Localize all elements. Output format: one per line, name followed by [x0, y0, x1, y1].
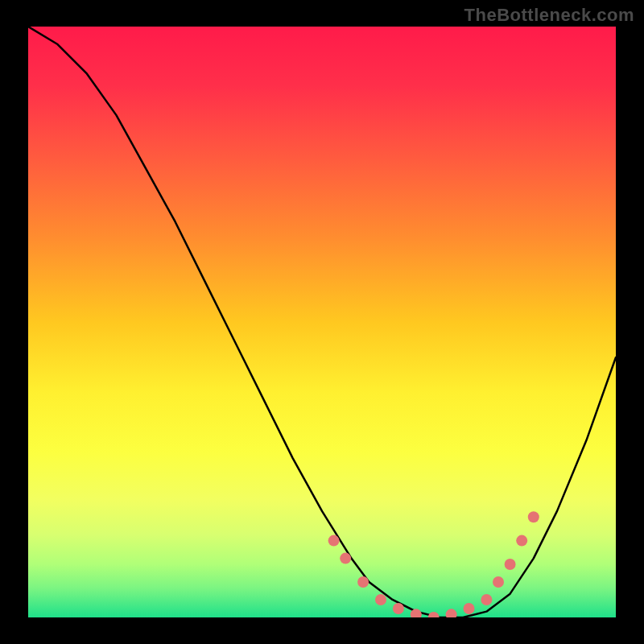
curve-marker: [464, 603, 475, 614]
curve-marker: [516, 535, 527, 547]
chart-frame: TheBottleneck.com: [0, 0, 644, 644]
curve-marker: [357, 576, 369, 588]
curve-marker: [481, 594, 492, 605]
curve-marker: [393, 603, 404, 614]
curve-marker: [446, 609, 457, 620]
curve-marker: [340, 553, 351, 564]
curve-marker: [328, 535, 340, 547]
curve-marker: [505, 559, 516, 570]
curve-marker: [493, 576, 504, 588]
bottleneck-curve-chart: [0, 0, 644, 644]
curve-marker: [375, 594, 386, 605]
curve-marker: [428, 612, 440, 623]
watermark-text: TheBottleneck.com: [464, 5, 634, 26]
curve-marker: [411, 609, 422, 620]
curve-marker: [528, 511, 539, 522]
